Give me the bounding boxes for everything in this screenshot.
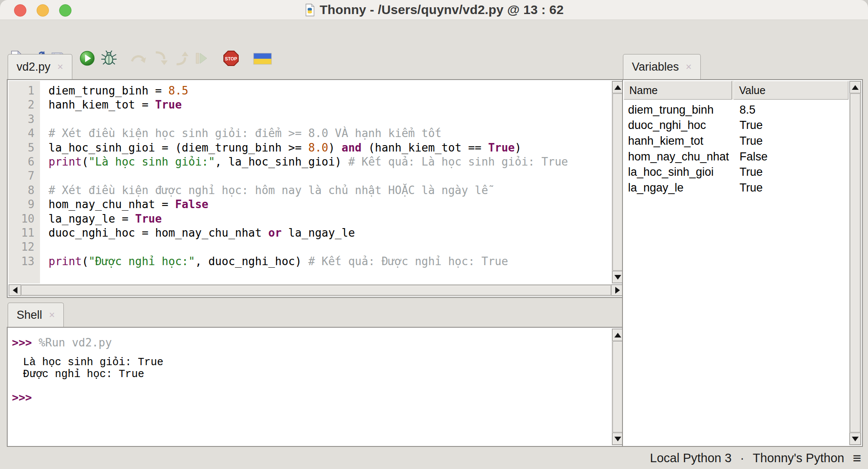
variables-header: Name Value: [624, 81, 848, 100]
line-number: 10: [9, 212, 40, 226]
line-number: 3: [9, 112, 40, 126]
scroll-up-button[interactable]: [850, 81, 861, 93]
variable-row[interactable]: hom_nay_chu_nhatFalse: [624, 149, 848, 165]
line-number: 6: [9, 155, 40, 169]
variables-panel: Variables × Name Value diem_trung_binh8.…: [622, 54, 863, 447]
code-line: 13print("Được nghỉ học:", duoc_nghi_hoc)…: [9, 255, 611, 269]
variables-body: Name Value diem_trung_binh8.5duoc_nghi_h…: [622, 79, 863, 447]
code-lines: 1diem_trung_binh = 8.52hanh_kiem_tot = T…: [9, 81, 611, 269]
variables-rows: diem_trung_binh8.5duoc_nghi_hocTruehanh_…: [624, 100, 848, 445]
code-line: 6print("Là học sinh giỏi:", la_hoc_sinh_…: [9, 155, 611, 169]
variable-row[interactable]: hanh_kiem_totTrue: [624, 133, 848, 149]
tab-close-icon[interactable]: ×: [686, 62, 692, 72]
code-line: 11duoc_nghi_hoc = hom_nay_chu_nhat or la…: [9, 226, 611, 240]
thonny-window: Thonny - /Users/quynv/vd2.py @ 13 : 62: [0, 0, 868, 469]
horizontal-scrollbar-thumb[interactable]: [21, 285, 611, 295]
line-number: 1: [9, 84, 40, 98]
up-arrow-icon: [614, 333, 621, 337]
code-line: 12: [9, 240, 611, 254]
line-number: 5: [9, 141, 40, 155]
statusbar: Local Python 3 · Thonny's Python ≡: [0, 447, 868, 469]
tab-vd2py[interactable]: vd2.py ×: [8, 54, 72, 79]
line-number: 12: [9, 240, 40, 254]
code-line: 4# Xét điều kiện học sinh giỏi: điểm >= …: [9, 126, 611, 140]
shell-line: Là học sinh giỏi: True: [12, 357, 611, 369]
variable-row[interactable]: duoc_nghi_hocTrue: [624, 118, 848, 134]
variable-row[interactable]: la_ngay_leTrue: [624, 180, 848, 196]
line-number: 8: [9, 183, 40, 197]
tab-shell-label: Shell: [17, 309, 42, 322]
tab-close-icon[interactable]: ×: [49, 310, 55, 320]
tab-vd2py-label: vd2.py: [17, 60, 51, 74]
shell-panel: Shell × >>> %Run vd2.py Là học sinh giỏi…: [7, 302, 625, 447]
scroll-right-button[interactable]: [611, 285, 623, 296]
backend-label[interactable]: Local Python 3: [650, 451, 732, 465]
shell-body: >>> %Run vd2.py Là học sinh giỏi: TrueĐư…: [7, 327, 625, 447]
tab-close-icon[interactable]: ×: [57, 62, 63, 72]
hamburger-menu-icon[interactable]: ≡: [853, 451, 861, 465]
variable-row[interactable]: diem_trung_binh8.5: [624, 102, 848, 118]
tab-variables[interactable]: Variables ×: [623, 54, 701, 79]
name-column-header[interactable]: Name: [624, 81, 732, 100]
line-number: 9: [9, 197, 40, 212]
variable-row[interactable]: la_hoc_sinh_gioiTrue: [624, 164, 848, 180]
down-arrow-icon: [614, 437, 621, 441]
shell-line: Được nghỉ học: True: [12, 369, 611, 380]
backend-separator: ·: [740, 451, 744, 465]
shell-line: [12, 380, 611, 387]
line-number: 13: [9, 255, 40, 269]
left-arrow-icon: [13, 287, 17, 294]
shell-line: >>>: [12, 390, 611, 405]
line-number: 11: [9, 226, 40, 240]
code-line: 5la_hoc_sinh_gioi = (diem_trung_binh >= …: [9, 141, 611, 155]
titlebar: Thonny - /Users/quynv/vd2.py @ 13 : 62: [0, 0, 868, 20]
vertical-scrollbar-thumb[interactable]: [613, 94, 623, 271]
python-file-icon: [304, 3, 315, 17]
vertical-scrollbar-thumb[interactable]: [850, 94, 860, 432]
interpreter-label[interactable]: Thonny's Python: [753, 451, 844, 465]
right-arrow-icon: [615, 287, 620, 294]
code-editor[interactable]: 1diem_trung_binh = 8.52hanh_kiem_tot = T…: [9, 81, 611, 283]
code-line: 10la_ngay_le = True: [9, 212, 611, 226]
value-column-header[interactable]: Value: [734, 81, 848, 100]
code-line: 7: [9, 169, 611, 183]
shell-line: [12, 350, 611, 357]
toolbar: STOP: [0, 20, 868, 53]
code-line: 8# Xét điều kiện được nghỉ học: hôm nay …: [9, 183, 611, 197]
line-number: 2: [9, 98, 40, 112]
shell-output[interactable]: >>> %Run vd2.py Là học sinh giỏi: TrueĐư…: [9, 329, 611, 445]
code-line: 2hanh_kiem_tot = True: [9, 98, 611, 112]
editor-horizontal-scrollbar[interactable]: [9, 284, 624, 296]
code-line: 1diem_trung_binh = 8.5: [9, 84, 611, 98]
shell-line: >>> %Run vd2.py: [12, 335, 611, 350]
up-arrow-icon: [852, 85, 859, 90]
line-number: 4: [9, 126, 40, 140]
line-number: 7: [9, 169, 40, 183]
variables-scrollbar[interactable]: [849, 81, 861, 445]
down-arrow-icon: [852, 437, 859, 441]
scroll-left-button[interactable]: [9, 285, 21, 296]
editor-panel: vd2.py × 1diem_trung_binh = 8.52hanh_kie…: [7, 54, 625, 298]
window-title: Thonny - /Users/quynv/vd2.py @ 13 : 62: [320, 3, 564, 17]
down-arrow-icon: [614, 275, 621, 280]
scroll-down-button[interactable]: [850, 433, 861, 445]
vertical-scrollbar-thumb[interactable]: [613, 341, 623, 432]
tab-variables-label: Variables: [632, 60, 679, 74]
code-line: 9hom_nay_chu_nhat = False: [9, 197, 611, 212]
editor-body: 1diem_trung_binh = 8.52hanh_kiem_tot = T…: [7, 79, 625, 298]
up-arrow-icon: [614, 85, 621, 90]
code-line: 3: [9, 112, 611, 126]
tab-shell[interactable]: Shell ×: [8, 303, 64, 327]
